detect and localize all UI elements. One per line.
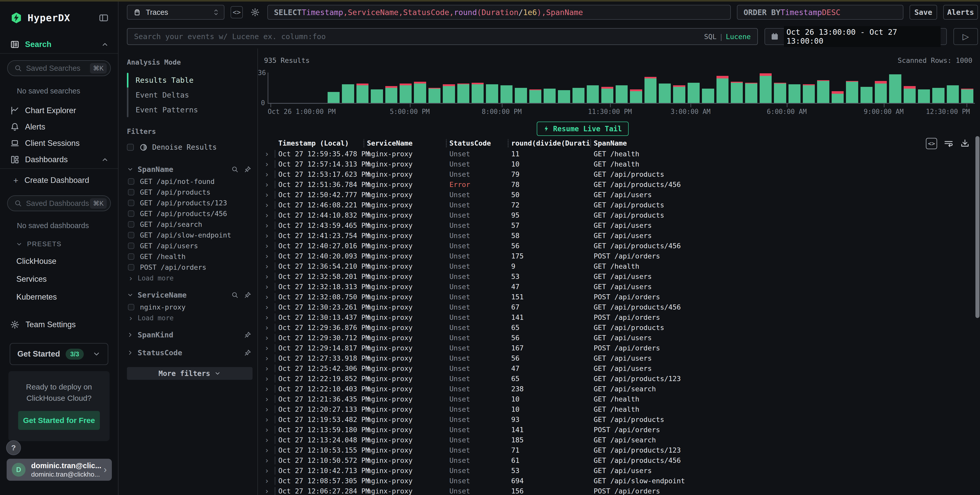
histogram-bar[interactable]: [355, 73, 369, 103]
source-settings-gear-icon[interactable]: [249, 6, 261, 18]
vertical-scrollbar[interactable]: [975, 136, 980, 318]
histogram-bar[interactable]: [514, 73, 528, 103]
histogram-bar[interactable]: [715, 73, 730, 103]
table-row[interactable]: ›Oct 27 12:50:42.777 PMnginx-proxyUnset5…: [258, 189, 975, 200]
event-search-input[interactable]: Search your events w/ Lucene ex. column:…: [127, 28, 758, 45]
histogram-bar[interactable]: [542, 73, 557, 103]
table-row[interactable]: ›Oct 27 12:32:58.201 PMnginx-proxyUnset5…: [258, 271, 975, 282]
row-expand-icon[interactable]: ›: [263, 405, 275, 414]
histogram-bar[interactable]: [326, 73, 341, 103]
table-row[interactable]: ›Oct 27 12:53:17.623 PMnginx-proxyUnset7…: [258, 169, 975, 179]
table-row[interactable]: ›Oct 27 12:13:24.048 PMnginx-proxyUnset1…: [258, 435, 975, 445]
histogram-bar[interactable]: [341, 73, 355, 103]
user-profile-card[interactable]: D dominic.tran@clic... dominic.tran@clic…: [6, 459, 112, 481]
row-expand-icon[interactable]: ›: [263, 231, 275, 240]
checkbox[interactable]: [127, 144, 134, 151]
row-expand-icon[interactable]: ›: [263, 436, 275, 444]
histogram-bar[interactable]: [672, 73, 686, 103]
lang-lucene[interactable]: Lucene: [726, 33, 751, 41]
table-row[interactable]: ›Oct 27 12:44:10.832 PMnginx-proxyUnset9…: [258, 210, 975, 220]
histogram-bar[interactable]: [312, 73, 326, 103]
pin-icon[interactable]: [244, 291, 251, 299]
row-expand-icon[interactable]: ›: [263, 415, 275, 424]
help-button[interactable]: ?: [6, 440, 21, 455]
histogram-bar[interactable]: [830, 73, 845, 103]
mode-event-deltas[interactable]: Event Deltas: [135, 88, 198, 102]
search-icon[interactable]: [231, 291, 239, 299]
histogram-bar[interactable]: [888, 73, 902, 103]
sidebar-section-search[interactable]: Search: [0, 36, 118, 54]
row-expand-icon[interactable]: ›: [263, 333, 275, 342]
row-expand-icon[interactable]: ›: [263, 241, 275, 250]
table-row[interactable]: ›Oct 27 12:27:33.918 PMnginx-proxyUnset5…: [258, 353, 975, 363]
lang-sql[interactable]: SQL: [704, 33, 716, 41]
histogram-bar[interactable]: [586, 73, 600, 103]
sidebar-item-services[interactable]: Services: [16, 275, 118, 284]
checkbox[interactable]: [128, 253, 134, 260]
team-settings-button[interactable]: Team Settings: [10, 320, 118, 329]
more-filters-button[interactable]: More filters: [127, 367, 253, 380]
histogram-bar[interactable]: [859, 73, 873, 103]
sidebar-item-dashboards[interactable]: Dashboards: [0, 151, 118, 168]
sidebar-item-chart-explorer[interactable]: Chart Explorer: [0, 102, 118, 119]
histogram-bar[interactable]: [845, 73, 859, 103]
histogram-bar[interactable]: [557, 73, 571, 103]
row-expand-icon[interactable]: ›: [263, 374, 275, 383]
table-row[interactable]: ›Oct 27 12:22:10.403 PMnginx-proxyUnset2…: [258, 384, 975, 394]
filter-group-servicename[interactable]: ServiceName: [127, 288, 251, 302]
table-row[interactable]: ›Oct 27 12:10:53.155 PMnginx-proxyUnset7…: [258, 445, 975, 455]
row-expand-icon[interactable]: ›: [263, 180, 275, 189]
row-expand-icon[interactable]: ›: [263, 190, 275, 199]
histogram-bar[interactable]: [873, 73, 888, 103]
row-expand-icon[interactable]: ›: [263, 344, 275, 352]
get-started-toggle[interactable]: Get Started 3/3: [10, 343, 108, 365]
col-duration[interactable]: round(divide(Duration,: [508, 139, 590, 147]
pin-icon[interactable]: [244, 349, 251, 356]
histogram-bar[interactable]: [399, 73, 413, 103]
filter-item[interactable]: GET /api/products/123: [127, 197, 251, 208]
run-query-button[interactable]: ▷: [953, 28, 978, 45]
histogram-bar[interactable]: [658, 73, 672, 103]
pin-icon[interactable]: [244, 331, 251, 338]
col-statuscode[interactable]: StatusCode: [446, 139, 508, 147]
row-expand-icon[interactable]: ›: [263, 211, 275, 220]
histogram-plot[interactable]: [267, 73, 975, 104]
source-select[interactable]: Traces: [127, 5, 224, 20]
filter-item[interactable]: nginx-proxy: [127, 302, 251, 312]
histogram-bar[interactable]: [614, 73, 628, 103]
histogram-bar[interactable]: [686, 73, 701, 103]
query-language-toggle[interactable]: SQL|Lucene: [704, 33, 751, 41]
sidebar-item-kubernetes[interactable]: Kubernetes: [16, 293, 118, 302]
row-expand-icon[interactable]: ›: [263, 487, 275, 495]
resume-live-tail-button[interactable]: Resume Live Tail: [537, 122, 628, 136]
search-icon[interactable]: [231, 166, 239, 173]
mode-event-patterns[interactable]: Event Patterns: [135, 102, 198, 117]
row-expand-icon[interactable]: ›: [263, 251, 275, 261]
table-row[interactable]: ›Oct 27 12:40:27.016 PMnginx-proxyUnset5…: [258, 240, 975, 251]
mode-results-table[interactable]: Results Table: [135, 73, 198, 88]
filter-item[interactable]: GET /api/not-found: [127, 176, 251, 187]
table-row[interactable]: ›Oct 27 12:29:30.712 PMnginx-proxyUnset5…: [258, 333, 975, 343]
table-row[interactable]: ›Oct 27 12:30:23.261 PMnginx-proxyUnset6…: [258, 302, 975, 312]
row-expand-icon[interactable]: ›: [263, 282, 275, 291]
filter-group-statuscode[interactable]: StatusCode: [127, 346, 251, 360]
save-button[interactable]: Save: [910, 5, 937, 20]
row-expand-icon[interactable]: ›: [263, 201, 275, 209]
row-expand-icon[interactable]: ›: [263, 221, 275, 230]
histogram-bar[interactable]: [945, 73, 960, 103]
histogram-bar[interactable]: [787, 73, 802, 103]
table-row[interactable]: ›Oct 27 12:08:57.305 PMnginx-proxyUnset6…: [258, 476, 975, 486]
histogram-bar[interactable]: [283, 73, 298, 103]
checkbox[interactable]: [128, 304, 134, 310]
checkbox[interactable]: [128, 189, 134, 196]
histogram-bar[interactable]: [902, 73, 917, 103]
servicename-load-more[interactable]: › Load more: [127, 312, 251, 324]
histogram-bar[interactable]: [917, 73, 931, 103]
order-by-input[interactable]: ORDER BY Timestamp DESC: [737, 5, 904, 20]
row-expand-icon[interactable]: ›: [263, 150, 275, 158]
table-row[interactable]: ›Oct 27 12:46:08.221 PMnginx-proxyUnset7…: [258, 200, 975, 210]
filter-group-spankind[interactable]: SpanKind: [127, 328, 251, 342]
table-row[interactable]: ›Oct 27 12:21:36.435 PMnginx-proxyUnset1…: [258, 394, 975, 404]
histogram-bar[interactable]: [960, 73, 974, 103]
table-row[interactable]: ›Oct 27 12:20:27.133 PMnginx-proxyUnset1…: [258, 404, 975, 414]
